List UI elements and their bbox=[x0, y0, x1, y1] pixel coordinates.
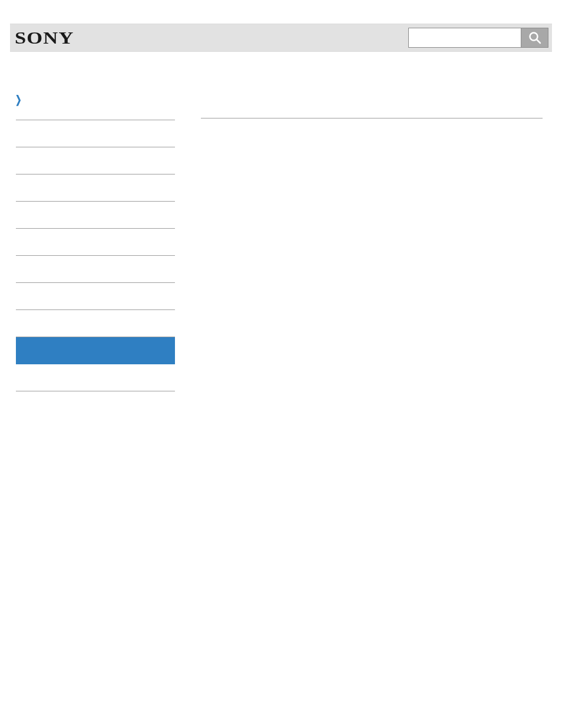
search-wrap bbox=[408, 28, 548, 48]
sidebar-item-10[interactable] bbox=[16, 364, 175, 391]
sidebar-item-9[interactable] bbox=[16, 337, 175, 364]
main-content bbox=[201, 93, 552, 391]
sidebar-item-4[interactable] bbox=[16, 202, 175, 229]
sidebar-item-7[interactable] bbox=[16, 283, 175, 310]
search-input[interactable] bbox=[408, 28, 521, 48]
header: SONY bbox=[10, 24, 552, 52]
sidebar-item-1[interactable] bbox=[16, 120, 175, 147]
content-divider bbox=[201, 118, 543, 118]
sidebar-item-3[interactable] bbox=[16, 174, 175, 202]
chevron-right-icon: ❯ bbox=[15, 93, 22, 106]
brand-logo: SONY bbox=[15, 28, 74, 48]
sidebar bbox=[10, 93, 175, 391]
content bbox=[10, 52, 552, 391]
sidebar-item-2[interactable] bbox=[16, 147, 175, 174]
sidebar-item-5[interactable] bbox=[16, 229, 175, 256]
breadcrumb-chevron: ❯ bbox=[14, 93, 23, 106]
sidebar-item-8[interactable] bbox=[16, 310, 175, 337]
sidebar-item-6[interactable] bbox=[16, 256, 175, 283]
sidebar-item-0[interactable] bbox=[16, 93, 175, 120]
search-button[interactable] bbox=[521, 28, 548, 48]
svg-line-1 bbox=[537, 39, 540, 43]
search-icon bbox=[528, 31, 541, 44]
